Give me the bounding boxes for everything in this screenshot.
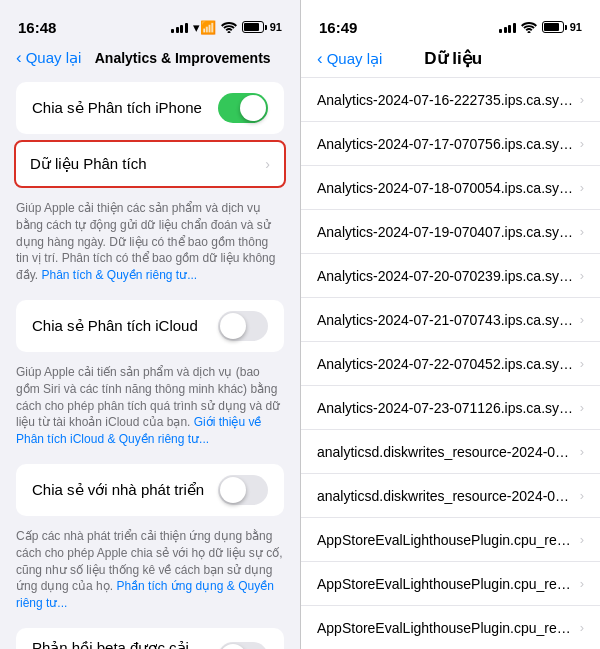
list-item-chevron: › — [580, 136, 584, 151]
section-beta-feedback: Phản hồi beta được cải thiện — [16, 628, 284, 649]
list-item-chevron: › — [580, 532, 584, 547]
list-item-text: Analytics-2024-07-23-071126.ips.ca.syn..… — [317, 400, 576, 416]
highlight-border: Dữ liệu Phân tích › — [14, 140, 286, 188]
list-item-chevron: › — [580, 444, 584, 459]
list-item-text: AppStoreEvalLighthousePlugin.cpu_reso... — [317, 620, 576, 636]
toggle-share-developer[interactable] — [218, 475, 268, 505]
desc1-link[interactable]: Phân tích & Quyền riêng tư... — [41, 268, 197, 282]
signal-icon — [171, 21, 188, 33]
right-screen: 16:49 91 — [300, 0, 600, 649]
list-item-chevron: › — [580, 356, 584, 371]
status-bar-left: 16:48 ▾📶 91 — [0, 0, 300, 44]
list-item[interactable]: AppStoreEvalLighthousePlugin.cpu_reso...… — [301, 518, 600, 562]
toggle-beta-feedback[interactable] — [218, 642, 268, 649]
list-item-chevron: › — [580, 312, 584, 327]
highlight-section: Dữ liệu Phân tích › — [14, 140, 286, 188]
analytics-data-label: Dữ liệu Phân tích — [30, 155, 259, 173]
toggle-share-icloud[interactable] — [218, 311, 268, 341]
section-share-developer: Chia sẻ với nhà phát triển — [16, 464, 284, 516]
list-item[interactable]: Analytics-2024-07-22-070452.ips.ca.syn..… — [301, 342, 600, 386]
list-item-chevron: › — [580, 576, 584, 591]
list-item-text: Analytics-2024-07-16-222735.ips.ca.syn..… — [317, 92, 576, 108]
list-item-chevron: › — [580, 620, 584, 635]
row-share-icloud[interactable]: Chia sẻ Phân tích iCloud — [16, 300, 284, 352]
page-title-right: Dữ liệu — [382, 48, 524, 69]
list-item[interactable]: analyticsd.diskwrites_resource-2024-07-.… — [301, 474, 600, 518]
time-left: 16:48 — [18, 19, 56, 36]
status-icons-left: ▾📶 91 — [171, 20, 282, 35]
left-screen: 16:48 ▾📶 91 — [0, 0, 300, 649]
right-list: Analytics-2024-07-16-222735.ips.ca.syn..… — [301, 78, 600, 649]
list-item-text: Analytics-2024-07-18-070054.ips.ca.syn..… — [317, 180, 576, 196]
beta-feedback-label: Phản hồi beta được cải thiện — [32, 639, 218, 649]
list-item-text: Analytics-2024-07-19-070407.ips.ca.syn..… — [317, 224, 576, 240]
wifi-icon: ▾📶 — [193, 20, 216, 35]
section-share-iphone: Chia sẻ Phân tích iPhone — [16, 82, 284, 134]
desc-3: Cấp các nhà phát triển cải thiện ứng dụn… — [0, 522, 300, 622]
list-item[interactable]: AppStoreEvalLighthousePlugin.cpu_reso...… — [301, 562, 600, 606]
toggle-share-iphone[interactable] — [218, 93, 268, 123]
row-beta-feedback[interactable]: Phản hồi beta được cải thiện — [16, 628, 284, 649]
list-item[interactable]: analyticsd.diskwrites_resource-2024-07-.… — [301, 430, 600, 474]
nav-bar-left: ‹ Quay lại Analytics & Improvements — [0, 44, 300, 76]
back-button-right[interactable]: ‹ Quay lại — [317, 49, 382, 69]
time-right: 16:49 — [319, 19, 357, 36]
list-item[interactable]: Analytics-2024-07-17-070756.ips.ca.syn..… — [301, 122, 600, 166]
list-item-text: Analytics-2024-07-20-070239.ips.ca.syn..… — [317, 268, 576, 284]
wifi-icon-right — [521, 21, 537, 33]
back-chevron-right: ‹ — [317, 49, 323, 69]
list-item-text: analyticsd.diskwrites_resource-2024-07-.… — [317, 444, 576, 460]
list-item-chevron: › — [580, 224, 584, 239]
list-item-text: Analytics-2024-07-17-070756.ips.ca.syn..… — [317, 136, 576, 152]
svg-point-1 — [527, 31, 530, 33]
list-item-chevron: › — [580, 92, 584, 107]
desc-2: Giúp Apple cải tiến sản phẩm và dịch vụ … — [0, 358, 300, 458]
list-item-text: Analytics-2024-07-22-070452.ips.ca.syn..… — [317, 356, 576, 372]
analytics-list: Analytics-2024-07-16-222735.ips.ca.syn..… — [301, 78, 600, 649]
row-share-iphone[interactable]: Chia sẻ Phân tích iPhone — [16, 82, 284, 134]
back-button-left[interactable]: ‹ Quay lại — [16, 48, 81, 68]
list-item-chevron: › — [580, 400, 584, 415]
list-item[interactable]: Analytics-2024-07-23-071126.ips.ca.syn..… — [301, 386, 600, 430]
status-bar-right: 16:49 91 — [301, 0, 600, 44]
share-developer-label: Chia sẻ với nhà phát triển — [32, 481, 218, 499]
list-item-text: AppStoreEvalLighthousePlugin.cpu_reso... — [317, 532, 576, 548]
wifi-icon — [221, 21, 237, 33]
list-item-text: analyticsd.diskwrites_resource-2024-07-.… — [317, 488, 576, 504]
battery-icon-left: 91 — [242, 21, 282, 33]
share-iphone-label: Chia sẻ Phân tích iPhone — [32, 99, 218, 117]
page-title-left: Analytics & Improvements — [81, 50, 284, 66]
list-item-chevron: › — [580, 488, 584, 503]
list-item[interactable]: Analytics-2024-07-19-070407.ips.ca.syn..… — [301, 210, 600, 254]
chevron-analytics-data: › — [265, 156, 270, 172]
list-item[interactable]: Analytics-2024-07-16-222735.ips.ca.syn..… — [301, 78, 600, 122]
svg-point-0 — [227, 31, 230, 33]
back-label-right: Quay lại — [327, 50, 383, 68]
nav-bar-right: ‹ Quay lại Dữ liệu — [301, 44, 600, 78]
list-item-chevron: › — [580, 180, 584, 195]
desc-1: Giúp Apple cải thiện các sản phẩm và dịc… — [0, 194, 300, 294]
list-item-chevron: › — [580, 268, 584, 283]
left-content: Chia sẻ Phân tích iPhone Dữ liệu Phân tí… — [0, 76, 300, 649]
back-label-left: Quay lại — [26, 49, 82, 67]
share-icloud-label: Chia sẻ Phân tích iCloud — [32, 317, 218, 335]
list-item[interactable]: AppStoreEvalLighthousePlugin.cpu_reso...… — [301, 606, 600, 649]
list-item-text: AppStoreEvalLighthousePlugin.cpu_reso... — [317, 576, 576, 592]
signal-icon-right — [499, 21, 516, 33]
status-icons-right: 91 — [499, 21, 582, 33]
back-chevron-left: ‹ — [16, 48, 22, 68]
list-item-text: Analytics-2024-07-21-070743.ips.ca.syn..… — [317, 312, 576, 328]
battery-icon-right: 91 — [542, 21, 582, 33]
section-share-icloud: Chia sẻ Phân tích iCloud — [16, 300, 284, 352]
row-analytics-data[interactable]: Dữ liệu Phân tích › — [16, 142, 284, 186]
list-item[interactable]: Analytics-2024-07-21-070743.ips.ca.syn..… — [301, 298, 600, 342]
row-share-developer[interactable]: Chia sẻ với nhà phát triển — [16, 464, 284, 516]
list-item[interactable]: Analytics-2024-07-18-070054.ips.ca.syn..… — [301, 166, 600, 210]
list-item[interactable]: Analytics-2024-07-20-070239.ips.ca.syn..… — [301, 254, 600, 298]
